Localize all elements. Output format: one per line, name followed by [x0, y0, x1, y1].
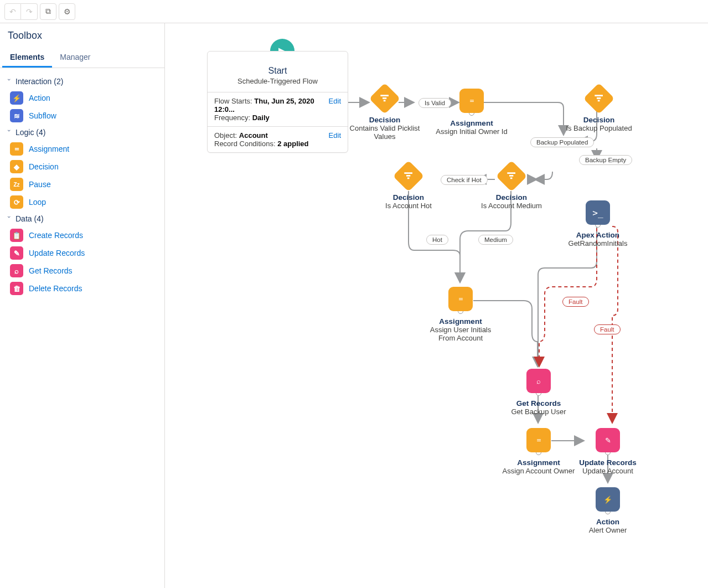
pill-medium[interactable]: Medium — [478, 235, 513, 245]
loop-icon: ⟳ — [10, 195, 23, 209]
category-interaction[interactable]: › Interaction (2) — [4, 74, 160, 89]
create-records-icon: 📋 — [10, 229, 23, 242]
palette-delete-records[interactable]: 🗑Delete Records — [4, 280, 160, 297]
decision-icon — [379, 92, 391, 106]
start-subtitle: Schedule-Triggered Flow — [213, 77, 342, 85]
get-records-icon: ⌕ — [10, 264, 23, 277]
start-card[interactable]: Start Schedule-Triggered Flow Flow Start… — [207, 51, 348, 153]
flow-canvas[interactable]: ▶ Start Schedule-Triggered Flow Flow Sta… — [165, 23, 708, 588]
palette-create-records[interactable]: 📋Create Records — [4, 226, 160, 244]
undo-button[interactable]: ↶ — [4, 3, 21, 20]
palette-pause[interactable]: ZzPause — [4, 176, 160, 193]
edit-schedule-link[interactable]: Edit — [329, 97, 341, 122]
gear-icon: ⚙ — [64, 7, 71, 16]
node-action-alert[interactable]: ⚡ ActionAlert Owner — [569, 487, 647, 534]
category-logic[interactable]: › Logic (4) — [4, 125, 160, 140]
node-get-records[interactable]: ⌕ Get RecordsGet Backup User — [500, 369, 577, 416]
palette-action[interactable]: ⚡Action — [4, 89, 160, 107]
node-decision-valid[interactable]: DecisionContains Valid Picklist Values — [346, 87, 423, 141]
sidebar-title: Toolbox — [0, 23, 164, 47]
palette-loop[interactable]: ⟳Loop — [4, 193, 160, 211]
pill-is-valid[interactable]: Is Valid — [418, 98, 451, 108]
decision-icon — [402, 169, 415, 183]
palette-assignment[interactable]: ＝Assignment — [4, 140, 160, 158]
category-data[interactable]: › Data (4) — [4, 211, 160, 226]
chevron-down-icon: › — [6, 130, 13, 135]
node-assignment-account[interactable]: ＝ AssignmentAssign Account Owner — [500, 428, 577, 475]
apex-icon: >_ — [586, 200, 610, 225]
pill-hot[interactable]: Hot — [426, 235, 448, 245]
pill-fault-2[interactable]: Fault — [594, 324, 621, 334]
tab-elements[interactable]: Elements — [2, 47, 52, 68]
palette-update-records[interactable]: ✎Update Records — [4, 244, 160, 262]
pill-check-hot[interactable]: Check if Hot — [441, 175, 488, 185]
assignment-icon: ＝ — [448, 287, 473, 311]
node-update-records[interactable]: ✎ Update RecordsUpdate Account — [569, 428, 647, 475]
update-records-icon: ✎ — [10, 246, 23, 260]
palette-get-records[interactable]: ⌕Get Records — [4, 262, 160, 280]
chevron-down-icon: › — [6, 79, 13, 84]
node-apex-action[interactable]: >_ Apex ActionGetRandomInitials — [559, 200, 637, 247]
assignment-icon: ＝ — [459, 89, 484, 113]
delete-records-icon: 🗑 — [10, 282, 23, 295]
sidebar: Toolbox Elements Manager › Interaction (… — [0, 23, 165, 588]
pause-icon: Zz — [10, 178, 23, 191]
edit-object-link[interactable]: Edit — [329, 131, 341, 148]
node-decision-backup[interactable]: DecisionIs Backup Populated — [560, 87, 638, 132]
node-assignment-initials[interactable]: ＝ AssignmentAssign User Initials From Ac… — [422, 287, 499, 342]
palette-decision[interactable]: ◆Decision — [4, 158, 160, 176]
chevron-down-icon: › — [6, 216, 13, 221]
start-title: Start — [213, 66, 342, 76]
assignment-icon: ＝ — [10, 142, 23, 156]
settings-button[interactable]: ⚙ — [59, 3, 75, 20]
tab-manager[interactable]: Manager — [52, 47, 98, 68]
assignment-icon: ＝ — [526, 428, 551, 452]
decision-icon — [593, 92, 605, 106]
top-toolbar: ↶ ↷ ⧉ ⚙ — [0, 0, 708, 23]
pill-backup-populated[interactable]: Backup Populated — [530, 137, 594, 147]
get-records-icon: ⌕ — [526, 369, 551, 393]
node-decision-hot[interactable]: DecisionIs Account Hot — [370, 165, 447, 210]
pill-backup-empty[interactable]: Backup Empty — [579, 155, 632, 165]
copy-button[interactable]: ⧉ — [40, 3, 56, 20]
redo-button[interactable]: ↷ — [21, 3, 38, 20]
decision-icon — [505, 169, 518, 183]
lightning-icon: ⚡ — [10, 91, 23, 105]
pill-fault-1[interactable]: Fault — [562, 297, 589, 307]
palette-subflow[interactable]: ≋Subflow — [4, 107, 160, 125]
update-records-icon: ✎ — [596, 428, 620, 452]
node-assignment-owner[interactable]: ＝ AssignmentAssign Initial Owner Id — [433, 89, 510, 136]
lightning-icon: ⚡ — [596, 487, 620, 512]
node-decision-medium[interactable]: DecisionIs Account Medium — [473, 165, 550, 210]
subflow-icon: ≋ — [10, 109, 23, 122]
decision-icon: ◆ — [10, 160, 23, 173]
